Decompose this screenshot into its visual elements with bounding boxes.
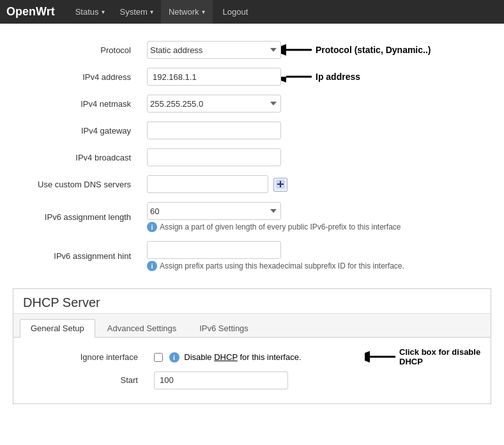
brand-logo: OpenWrt	[6, 5, 55, 19]
ipv4-netmask-input-cell: 255.255.255.0 255.255.0.0 255.0.0.0	[141, 90, 491, 117]
ipv6-length-hint-text: Assign a part of given length of every p…	[160, 222, 401, 231]
ignore-interface-label: Ignore interface	[20, 347, 148, 367]
protocol-input-cell: Static address DHCP client Unmanaged	[141, 36, 491, 63]
nav-status-arrow: ▾	[102, 8, 105, 15]
ipaddress-annotation: Ip address	[281, 67, 360, 86]
dhcp-annotation-text: Click box for disableDHCP	[399, 347, 480, 366]
ipv4-netmask-row: IPv4 netmask 255.255.255.0 255.255.0.0 2…	[13, 90, 491, 117]
protocol-label: Protocol	[13, 36, 141, 63]
dns-servers-row: Use custom DNS servers	[13, 171, 491, 198]
ignore-interface-row: Ignore interface i Disable DHCP for this…	[20, 347, 484, 367]
ipv6-hint-hint-text: Assign prefix parts using this hexadecim…	[160, 262, 404, 270]
ignore-interface-input-cell: i Disable DHCP for this interface.	[148, 347, 484, 367]
ipv4-broadcast-input[interactable]	[147, 148, 281, 166]
dhcp-annotation: Click box for disableDHCP	[365, 347, 480, 366]
start-label: Start	[20, 367, 148, 394]
start-row: Start	[20, 367, 484, 394]
protocol-select[interactable]: Static address DHCP client Unmanaged	[147, 41, 281, 59]
disable-dhcp-label: Disable DHCP for this interface.	[184, 352, 301, 362]
nav-network[interactable]: Network ▾	[161, 0, 213, 24]
dhcp-title: DHCP Server	[13, 289, 491, 314]
tab-general-setup[interactable]: General Setup	[20, 319, 95, 338]
ipv6-assignment-hint-input[interactable]	[147, 241, 281, 259]
nav-system-label: System	[120, 7, 148, 17]
ipv6-assignment-hint-row: IPv6 assignment hint i Assign prefix par…	[13, 237, 491, 276]
ipv4-gateway-input[interactable]	[147, 121, 281, 139]
ipv4-netmask-select[interactable]: 255.255.255.0 255.255.0.0 255.0.0.0	[147, 95, 281, 113]
navbar: OpenWrt Status ▾ System ▾ Network ▾ Logo…	[0, 0, 504, 24]
nav-system-arrow: ▾	[150, 8, 153, 15]
start-input-cell	[148, 367, 484, 394]
dns-servers-input-cell	[141, 171, 491, 198]
ipaddress-arrow-icon	[281, 67, 313, 86]
ipv6-length-hint: i Assign a part of given length of every…	[147, 220, 485, 232]
dns-servers-label: Use custom DNS servers	[13, 171, 141, 198]
nav-system[interactable]: System ▾	[112, 0, 161, 24]
ignore-interface-info-icon: i	[169, 352, 179, 363]
ipv6-assignment-hint-label: IPv6 assignment hint	[13, 237, 141, 276]
nav-logout-label: Logout	[223, 7, 248, 17]
ipv6-length-select[interactable]: 60 62 64	[147, 202, 281, 220]
protocol-arrow-icon	[281, 40, 313, 59]
tab-advanced-settings[interactable]: Advanced Settings	[96, 319, 187, 337]
nav-status[interactable]: Status ▾	[68, 0, 112, 24]
start-input[interactable]	[154, 371, 288, 389]
dhcp-tab-content: Ignore interface i Disable DHCP for this…	[13, 338, 491, 403]
ipv6-length-info-icon: i	[147, 222, 157, 232]
protocol-select-wrapper: Static address DHCP client Unmanaged	[147, 41, 281, 59]
protocol-row: Protocol Static address DHCP client Unma…	[13, 36, 491, 63]
nav-logout[interactable]: Logout	[215, 0, 256, 24]
dns-add-button[interactable]	[273, 178, 287, 192]
ipv4-broadcast-label: IPv4 broadcast	[13, 144, 141, 171]
ignore-interface-checkbox[interactable]	[154, 353, 163, 362]
ipv4-address-input-cell: Ip address	[141, 63, 491, 90]
interface-form: Protocol Static address DHCP client Unma…	[13, 36, 491, 276]
tab-ipv6-settings[interactable]: IPv6 Settings	[188, 319, 259, 337]
dhcp-section: DHCP Server General Setup Advanced Setti…	[13, 288, 491, 404]
nav-network-arrow: ▾	[202, 8, 205, 15]
dns-servers-input[interactable]	[147, 175, 268, 193]
ipv6-hint-hint: i Assign prefix parts using this hexadec…	[147, 259, 485, 271]
dhcp-tabs: General Setup Advanced Settings IPv6 Set…	[13, 314, 491, 338]
protocol-annotation-text: Protocol (static, Dynamic..)	[316, 45, 431, 55]
ipv6-hint-info-icon: i	[147, 261, 157, 271]
protocol-annotation: Protocol (static, Dynamic..)	[281, 40, 431, 59]
ipv4-gateway-row: IPv4 gateway	[13, 117, 491, 144]
ipv6-assignment-length-label: IPv6 assignment length	[13, 198, 141, 237]
ipv4-address-input[interactable]	[147, 68, 281, 86]
add-icon	[275, 178, 286, 190]
main-content: Protocol Static address DHCP client Unma…	[0, 24, 504, 417]
ipv4-broadcast-input-cell	[141, 144, 491, 171]
ipaddress-annotation-text: Ip address	[316, 72, 360, 82]
ipv4-address-label: IPv4 address	[13, 63, 141, 90]
ipv4-gateway-input-cell	[141, 117, 491, 144]
dhcp-form-table: Ignore interface i Disable DHCP for this…	[20, 347, 484, 394]
ipv4-broadcast-row: IPv4 broadcast	[13, 144, 491, 171]
nav-status-label: Status	[75, 7, 99, 17]
ipv6-assignment-hint-input-cell: i Assign prefix parts using this hexadec…	[141, 237, 491, 276]
ipv4-address-row: IPv4 address Ip addres	[13, 63, 491, 90]
ipv6-length-select-wrapper: 60 62 64	[147, 202, 281, 220]
ipv4-gateway-label: IPv4 gateway	[13, 117, 141, 144]
ipv4-netmask-select-wrapper: 255.255.255.0 255.255.0.0 255.0.0.0	[147, 95, 281, 113]
ipv6-assignment-length-input-cell: 60 62 64 i Assign a part of given length…	[141, 198, 491, 237]
nav-network-label: Network	[169, 7, 199, 17]
ipv4-netmask-label: IPv4 netmask	[13, 90, 141, 117]
dhcp-arrow-icon	[365, 347, 397, 366]
ipv6-assignment-length-row: IPv6 assignment length 60 62 64 i Assign…	[13, 198, 491, 237]
